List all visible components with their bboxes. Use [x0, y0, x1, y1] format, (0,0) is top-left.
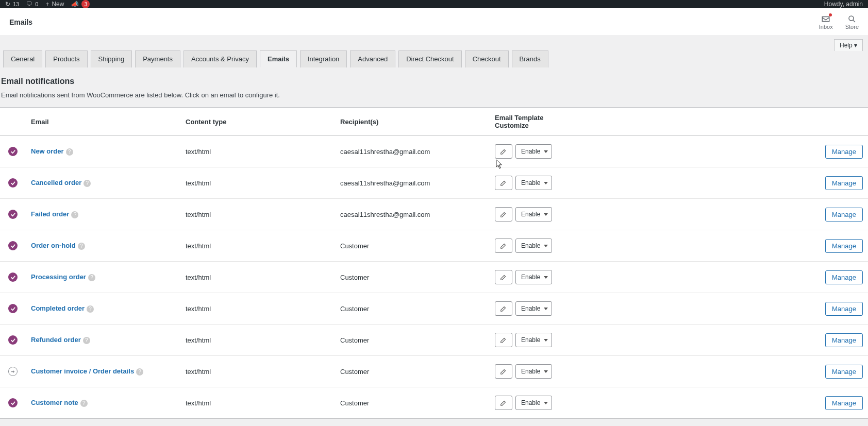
edit-template-button[interactable]	[495, 396, 512, 410]
content-type: text/html	[180, 262, 335, 293]
help-tooltip-icon[interactable]: ?	[88, 274, 95, 281]
enable-select[interactable]: Enable	[515, 270, 552, 284]
tab-products[interactable]: Products	[45, 50, 87, 67]
help-tooltip-icon[interactable]: ?	[80, 400, 88, 407]
email-name-link[interactable]: Processing order	[31, 273, 86, 281]
help-tab-strip: Help ▾	[0, 36, 868, 51]
tab-advanced[interactable]: Advanced	[350, 50, 395, 67]
help-tooltip-icon[interactable]: ?	[87, 305, 94, 313]
email-name-link[interactable]: Customer invoice / Order details	[31, 367, 134, 375]
svg-point-0	[849, 16, 854, 21]
new-item[interactable]: + New	[45, 1, 64, 8]
email-name-link[interactable]: Completed order	[31, 304, 85, 312]
tab-integration[interactable]: Integration	[300, 50, 347, 67]
help-tooltip-icon[interactable]: ?	[71, 211, 78, 218]
recipient: Customer	[335, 387, 490, 419]
col-content[interactable]: Content type	[180, 108, 335, 136]
admin-bar: ↻ 13 🗨 0 + New 📣 3 Howdy, admin	[0, 0, 868, 8]
enable-select[interactable]: Enable	[515, 396, 552, 410]
help-tooltip-icon[interactable]: ?	[78, 243, 85, 250]
tab-payments[interactable]: Payments	[135, 50, 180, 67]
comments-item[interactable]: 🗨 0	[26, 1, 38, 8]
plus-icon: +	[45, 1, 49, 8]
howdy-text[interactable]: Howdy, admin	[824, 1, 863, 8]
enable-select[interactable]: Enable	[515, 144, 552, 159]
content-type: text/html	[180, 356, 335, 387]
col-status	[0, 108, 26, 136]
manage-button[interactable]: Manage	[825, 208, 863, 221]
email-name-link[interactable]: Refunded order	[31, 336, 81, 344]
recipient: caesal11shrestha@gmail.com	[335, 136, 490, 167]
email-name-link[interactable]: Cancelled order	[31, 179, 81, 186]
tab-general[interactable]: General	[3, 50, 42, 67]
edit-template-button[interactable]	[495, 364, 512, 379]
enable-select[interactable]: Enable	[515, 207, 552, 221]
manage-button[interactable]: Manage	[825, 145, 863, 159]
help-tooltip-icon[interactable]: ?	[66, 148, 73, 156]
status-enabled-icon	[8, 335, 18, 345]
enable-select[interactable]: Enable	[515, 364, 552, 379]
content-type: text/html	[180, 387, 335, 419]
help-tooltip-icon[interactable]: ?	[136, 368, 143, 376]
tab-shipping[interactable]: Shipping	[91, 50, 132, 67]
recipient: Customer	[335, 356, 490, 387]
section-heading: Email notifications	[0, 77, 868, 86]
tab-direct-checkout[interactable]: Direct Checkout	[398, 50, 461, 67]
inbox-tool[interactable]: Inbox	[819, 14, 833, 30]
edit-template-button[interactable]	[495, 207, 512, 221]
tab-checkout[interactable]: Checkout	[465, 50, 509, 67]
table-row: Refunded order?text/htmlCustomerEnableMa…	[0, 325, 868, 356]
recipient: caesal11shrestha@gmail.com	[335, 199, 490, 230]
tab-brands[interactable]: Brands	[512, 50, 548, 67]
pencil-icon	[500, 274, 507, 281]
manage-button[interactable]: Manage	[825, 365, 863, 379]
edit-template-button[interactable]	[495, 176, 512, 190]
new-label: New	[52, 1, 64, 8]
enable-select[interactable]: Enable	[515, 333, 552, 347]
help-tooltip-icon[interactable]: ?	[83, 337, 90, 344]
help-tab[interactable]: Help ▾	[834, 39, 863, 51]
status-enabled-icon	[8, 241, 18, 250]
col-customize[interactable]: Email Template Customize	[490, 108, 572, 136]
pencil-icon	[500, 179, 507, 186]
manage-button[interactable]: Manage	[825, 270, 863, 284]
manage-button[interactable]: Manage	[825, 302, 863, 316]
enable-select[interactable]: Enable	[515, 176, 552, 190]
content-type: text/html	[180, 325, 335, 356]
edit-template-button[interactable]	[495, 301, 512, 316]
pencil-icon	[500, 336, 507, 344]
pencil-icon	[500, 148, 507, 155]
enable-select[interactable]: Enable	[515, 301, 552, 316]
manage-button[interactable]: Manage	[825, 396, 863, 410]
email-name-link[interactable]: New order	[31, 147, 64, 155]
table-row: Cancelled order?text/htmlcaesal11shresth…	[0, 167, 868, 199]
recipient: Customer	[335, 293, 490, 325]
col-recipient[interactable]: Recipient(s)	[335, 108, 490, 136]
updates-item[interactable]: ↻ 13	[5, 1, 19, 8]
store-tool[interactable]: Store	[845, 14, 859, 30]
notification-badge: 3	[81, 0, 90, 8]
manage-button[interactable]: Manage	[825, 239, 863, 253]
manage-button[interactable]: Manage	[825, 176, 863, 190]
recipient: Customer	[335, 262, 490, 293]
col-email[interactable]: Email	[26, 108, 180, 136]
table-row: Order on-hold?text/htmlCustomerEnableMan…	[0, 230, 868, 262]
email-name-link[interactable]: Customer note	[31, 399, 78, 406]
tab-emails[interactable]: Emails	[260, 50, 297, 67]
edit-template-button[interactable]	[495, 144, 512, 159]
magnify-icon	[847, 14, 857, 24]
enable-select[interactable]: Enable	[515, 238, 552, 253]
help-tooltip-icon[interactable]: ?	[84, 180, 91, 187]
email-name-link[interactable]: Order on-hold	[31, 242, 76, 249]
table-row: Completed order?text/htmlCustomerEnableM…	[0, 293, 868, 325]
manage-button[interactable]: Manage	[825, 333, 863, 347]
edit-template-button[interactable]	[495, 333, 512, 347]
edit-template-button[interactable]	[495, 270, 512, 284]
tab-accounts-privacy[interactable]: Accounts & Privacy	[183, 50, 257, 67]
comments-count: 0	[35, 1, 38, 7]
edit-template-button[interactable]	[495, 238, 512, 253]
status-enabled-icon	[8, 147, 18, 156]
notification-item[interactable]: 📣 3	[71, 0, 90, 8]
table-row: Customer invoice / Order details?text/ht…	[0, 356, 868, 387]
email-name-link[interactable]: Failed order	[31, 210, 69, 218]
